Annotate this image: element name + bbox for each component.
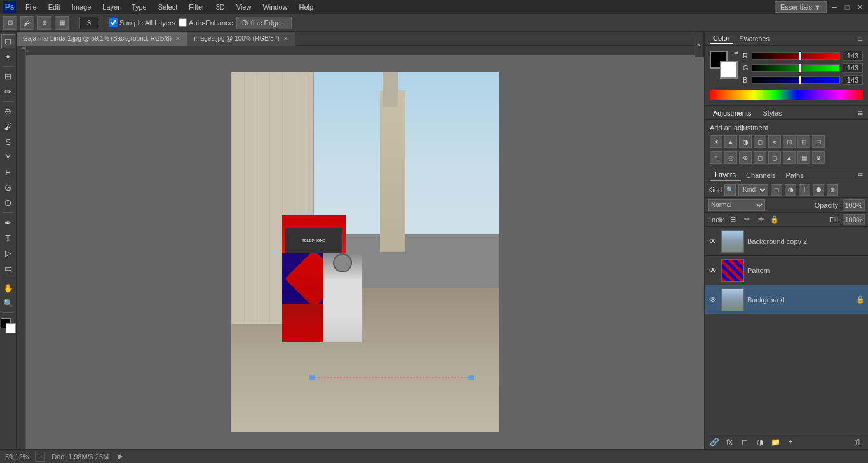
menu-image[interactable]: Image [67, 2, 97, 12]
layer-visibility-bg-copy2[interactable]: 👁 [708, 236, 718, 246]
fg-bg-color-picker[interactable]: ⇄ [710, 51, 738, 79]
kind-smart-icon[interactable]: ⊕ [827, 184, 838, 196]
color-lookup-btn[interactable]: ⊕ [739, 151, 752, 164]
hand-tool-btn[interactable]: ✋ [1, 281, 15, 295]
g-slider-thumb[interactable] [799, 64, 801, 72]
opacity-input[interactable]: 100% [843, 199, 865, 211]
channel-mixer-btn[interactable]: ◎ [724, 151, 737, 164]
lock-pixels-icon[interactable]: ⊞ [727, 214, 738, 225]
brush-tool-btn[interactable]: 🖌 [1, 119, 15, 133]
fill-input[interactable]: 100% [843, 214, 865, 225]
lock-position-icon[interactable]: ✛ [755, 214, 766, 225]
new-layer-btn[interactable]: + [784, 436, 797, 448]
background-color[interactable] [6, 323, 16, 333]
eraser-tool-btn[interactable]: E [1, 165, 15, 179]
brush-option2[interactable]: ⊕ [37, 16, 51, 30]
auto-enhance-checkbox[interactable] [179, 18, 187, 27]
rectangle-tool-btn[interactable]: ▭ [1, 261, 15, 275]
tab-paths[interactable]: Paths [781, 170, 809, 180]
add-style-btn[interactable]: fx [723, 436, 736, 448]
lock-all-icon[interactable]: 🔒 [769, 214, 780, 225]
lock-image-icon[interactable]: ✏ [741, 214, 752, 225]
menu-layer[interactable]: Layer [97, 2, 125, 12]
tab-channels[interactable]: Channels [741, 170, 780, 180]
background-color-swatch[interactable] [720, 61, 738, 79]
refine-edge-button[interactable]: Refine Edge... [236, 17, 292, 29]
kind-pixel-icon[interactable]: ◻ [771, 184, 782, 196]
add-mask-btn[interactable]: ◻ [738, 436, 751, 448]
tab-adjustments[interactable]: Adjustments [710, 108, 755, 118]
hue-sat-btn[interactable]: ⊡ [783, 135, 796, 148]
minimize-btn[interactable]: ─ [829, 2, 839, 12]
color-panel-options[interactable]: ≡ [858, 34, 863, 44]
b-slider-thumb[interactable] [799, 76, 801, 84]
history-brush-tool-btn[interactable]: Y [1, 150, 15, 164]
panel-collapse-btn[interactable]: ‹ [695, 32, 704, 57]
menu-select[interactable]: Select [153, 2, 183, 12]
r-slider-track[interactable] [752, 52, 840, 60]
curves-btn[interactable]: ◑ [739, 135, 752, 148]
swap-colors-btn[interactable]: ⇄ [734, 50, 739, 56]
zoom-tool-btn[interactable]: 🔍 [1, 296, 15, 310]
r-slider-thumb[interactable] [799, 51, 801, 60]
color-spectrum[interactable] [710, 90, 863, 100]
tab-close-images[interactable]: ✕ [283, 36, 288, 42]
crop-tool-btn[interactable]: ⊞ [1, 69, 15, 83]
kind-shape-icon[interactable]: ⬟ [813, 184, 824, 196]
status-icon[interactable]: ↔ [35, 452, 45, 462]
kind-icon1[interactable]: 🔍 [724, 184, 736, 196]
tab-close-main[interactable]: ✕ [175, 36, 180, 42]
tab-main-image[interactable]: Gaja mai Linda 1.jpg @ 59,1% (Background… [17, 32, 187, 46]
new-group-btn[interactable]: 📁 [769, 436, 782, 448]
maximize-btn[interactable]: □ [842, 2, 852, 12]
eyedropper-tool-btn[interactable]: ✏ [1, 84, 15, 98]
layer-item-pattern[interactable]: 👁 Pattern [705, 256, 868, 285]
menu-help[interactable]: Help [294, 2, 319, 12]
canvas-image[interactable]: TELEPHONE [231, 72, 499, 432]
g-slider-track[interactable] [752, 64, 840, 72]
tab-color[interactable]: Color [710, 33, 733, 44]
photo-filter-btn[interactable]: ≡ [710, 151, 722, 164]
layer-item-bg-copy2[interactable]: 👁 Background copy 2 [705, 227, 868, 256]
selection-tool-btn[interactable]: ⊡ [1, 34, 15, 48]
exposure-btn[interactable]: ◻ [754, 135, 766, 148]
tool-preset-picker[interactable]: ⊡ [3, 16, 17, 30]
layer-visibility-pattern[interactable]: 👁 [708, 265, 718, 276]
tab-layers[interactable]: Layers [710, 170, 741, 181]
menu-window[interactable]: Window [257, 2, 292, 12]
bw-btn[interactable]: ⊟ [812, 135, 825, 148]
brush-icon[interactable]: 🖌 [20, 16, 34, 30]
canvas-viewport[interactable]: TELEPHONE [26, 55, 704, 449]
kind-adjust-icon[interactable]: ◑ [785, 184, 796, 196]
layers-panel-options[interactable]: ≡ [858, 170, 863, 180]
color-balance-btn[interactable]: ⊞ [797, 135, 810, 148]
sample-all-layers-checkbox[interactable] [109, 18, 118, 27]
tab-swatches[interactable]: Swatches [736, 34, 773, 44]
type-tool-btn[interactable]: T [1, 231, 15, 245]
gradient-tool-btn[interactable]: G [1, 180, 15, 194]
b-slider-track[interactable] [752, 76, 840, 84]
menu-filter[interactable]: Filter [184, 2, 209, 12]
threshold-btn[interactable]: ▲ [783, 151, 796, 164]
kind-select[interactable]: Kind [738, 184, 768, 196]
path-selection-tool-btn[interactable]: ▷ [1, 246, 15, 260]
brush-size-input[interactable]: 3 [79, 17, 98, 29]
menu-type[interactable]: Type [126, 2, 152, 12]
dodge-tool-btn[interactable]: O [1, 196, 15, 210]
close-btn[interactable]: ✕ [855, 2, 865, 12]
menu-3d[interactable]: 3D [211, 2, 230, 12]
pen-tool-btn[interactable]: ✒ [1, 215, 15, 229]
new-adjustment-btn[interactable]: ◑ [754, 436, 766, 448]
vibrance-btn[interactable]: ≈ [768, 135, 781, 148]
layer-visibility-bg[interactable]: 👁 [708, 295, 718, 305]
levels-btn[interactable]: ▲ [724, 135, 737, 148]
r-value-input[interactable]: 143 [843, 51, 863, 61]
g-value-input[interactable]: 143 [843, 63, 863, 73]
selective-color-btn[interactable]: ⊗ [812, 151, 825, 164]
brightness-contrast-btn[interactable]: ☀ [710, 135, 722, 148]
blend-mode-select[interactable]: Normal Multiply Screen Overlay [708, 199, 765, 211]
quick-selection-tool-btn[interactable]: ✦ [1, 50, 15, 64]
status-arrow[interactable]: ▶ [115, 452, 125, 462]
brush-option3[interactable]: ▦ [55, 16, 69, 30]
menu-file[interactable]: File [20, 2, 42, 12]
